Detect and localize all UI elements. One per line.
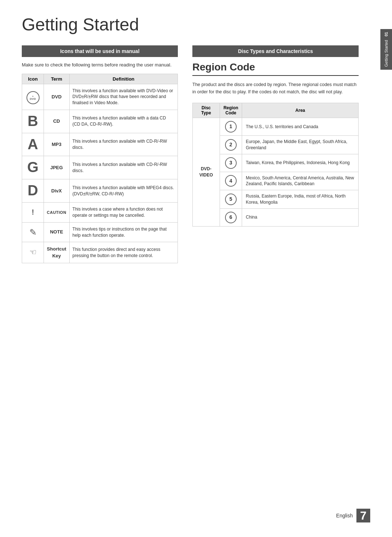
- region-number-6: 6: [225, 212, 237, 223]
- exclamation-icon: !: [32, 208, 34, 216]
- icon-cell-mp3: A: [22, 133, 44, 156]
- term-cell-divx: DivX: [44, 179, 70, 203]
- col-header-area: Area: [242, 103, 359, 118]
- def-cell-mp3: This involves a function available with …: [69, 133, 177, 156]
- icons-table: Icon Term Definition + DVD: [22, 74, 178, 263]
- main-content: Getting Started Icons that will be used …: [0, 0, 380, 537]
- icon-cell-caution: !: [22, 203, 44, 223]
- table-row: G JPEG This involves a function availabl…: [22, 156, 178, 179]
- region-number-3: 3: [225, 157, 237, 169]
- term-cell-shortcut: Shortcut Key: [44, 242, 70, 263]
- letter-g-icon: G: [27, 159, 38, 175]
- footer-language: English: [336, 513, 353, 518]
- icons-intro: Make sure to check the following terms b…: [22, 61, 178, 69]
- shortcut-icon: ☜: [29, 248, 37, 257]
- def-cell-caution: This involves a case where a function do…: [69, 203, 177, 223]
- def-cell-jpeg: This involves a function available with …: [69, 156, 177, 179]
- letter-d-icon: D: [28, 182, 38, 198]
- sidebar-tab: 01 Getting Started: [380, 29, 392, 70]
- sidebar-number: 01: [384, 32, 388, 36]
- area-6: China: [242, 208, 359, 226]
- table-row: DVD-VIDEO 1 The U.S., U.S. territories a…: [193, 118, 359, 136]
- def-cell-note: This involves tips or instructions on th…: [69, 222, 177, 242]
- table-row: A MP3 This involves a function available…: [22, 133, 178, 156]
- table-row: + DVD DVD This involves a function avail…: [22, 84, 178, 110]
- region-number-4: 4: [225, 175, 237, 187]
- region-number-1: 1: [225, 121, 237, 133]
- region-code-4: 4: [220, 172, 242, 190]
- sidebar-label: Getting Started: [384, 40, 389, 67]
- icon-cell-divx: D: [22, 179, 44, 203]
- disc-type-dvd-video: DVD-VIDEO: [193, 118, 220, 227]
- def-cell-cd: This involves a function available with …: [69, 110, 177, 133]
- table-row: B CD This involves a function available …: [22, 110, 178, 133]
- right-column: Disc Types and Characteristics Region Co…: [192, 45, 359, 227]
- letter-b-icon: B: [28, 113, 38, 129]
- term-cell-caution: CAUTION: [44, 203, 70, 223]
- dvd-icon: + DVD: [26, 91, 40, 104]
- letter-a-icon: A: [28, 136, 38, 152]
- area-2: Europe, Japan, the Middle East, Egypt, S…: [242, 136, 359, 154]
- table-row: ☜ Shortcut Key This function provides di…: [22, 242, 178, 263]
- col-header-disc-type: Disc Type: [193, 103, 220, 118]
- icon-cell-note: ✎: [22, 222, 44, 242]
- region-code-1: 1: [220, 118, 242, 136]
- term-cell-jpeg: JPEG: [44, 156, 70, 179]
- page-footer: English 7: [336, 509, 370, 522]
- def-cell-shortcut: This function provides direct and easy a…: [69, 242, 177, 263]
- region-code-5: 5: [220, 190, 242, 209]
- col-header-region-code: RegionCode: [220, 103, 242, 118]
- page-container: 01 Getting Started Getting Started Icons…: [0, 0, 392, 537]
- region-code-3: 3: [220, 154, 242, 172]
- note-icon: ✎: [29, 227, 37, 237]
- region-number-5: 5: [225, 194, 237, 205]
- area-3: Taiwan, Korea, the Philippines, Indonesi…: [242, 154, 359, 172]
- table-row: ✎ NOTE This involves tips or instruction…: [22, 222, 178, 242]
- table-row: ! CAUTION This involves a case where a f…: [22, 203, 178, 223]
- region-table: Disc Type RegionCode Area DVD-VIDEO 1: [192, 103, 359, 227]
- term-cell-cd: CD: [44, 110, 70, 133]
- col-header-term: Term: [44, 74, 70, 84]
- def-cell-divx: This involves a function available with …: [69, 179, 177, 203]
- col-header-icon: Icon: [22, 74, 44, 84]
- area-1: The U.S., U.S. territories and Canada: [242, 118, 359, 136]
- term-cell-dvd: DVD: [44, 84, 70, 110]
- icon-cell-shortcut: ☜: [22, 242, 44, 263]
- left-column: Icons that will be used in manual Make s…: [22, 45, 178, 263]
- term-cell-mp3: MP3: [44, 133, 70, 156]
- def-cell-dvd: This involves a function available with …: [69, 84, 177, 110]
- two-columns: Icons that will be used in manual Make s…: [22, 45, 359, 263]
- region-code-title: Region Code: [192, 61, 359, 76]
- term-cell-note: NOTE: [44, 222, 70, 242]
- area-5: Russia, Eastern Europe, India, most of A…: [242, 190, 359, 209]
- region-number-2: 2: [225, 139, 237, 151]
- icon-cell-dvd: + DVD: [22, 84, 44, 110]
- page-number: 7: [356, 509, 370, 522]
- page-title: Getting Started: [22, 15, 359, 34]
- icons-section-header: Icons that will be used in manual: [22, 45, 178, 57]
- region-code-6: 6: [220, 208, 242, 226]
- col-header-definition: Definition: [69, 74, 177, 84]
- icon-cell-cd: B: [22, 110, 44, 133]
- disc-section-header: Disc Types and Characteristics: [192, 45, 359, 57]
- area-4: Mexico, South America, Central America, …: [242, 172, 359, 190]
- region-code-2: 2: [220, 136, 242, 154]
- table-row: D DivX This involves a function availabl…: [22, 179, 178, 203]
- icon-cell-jpeg: G: [22, 156, 44, 179]
- region-description: The product and the discs are coded by r…: [192, 81, 359, 95]
